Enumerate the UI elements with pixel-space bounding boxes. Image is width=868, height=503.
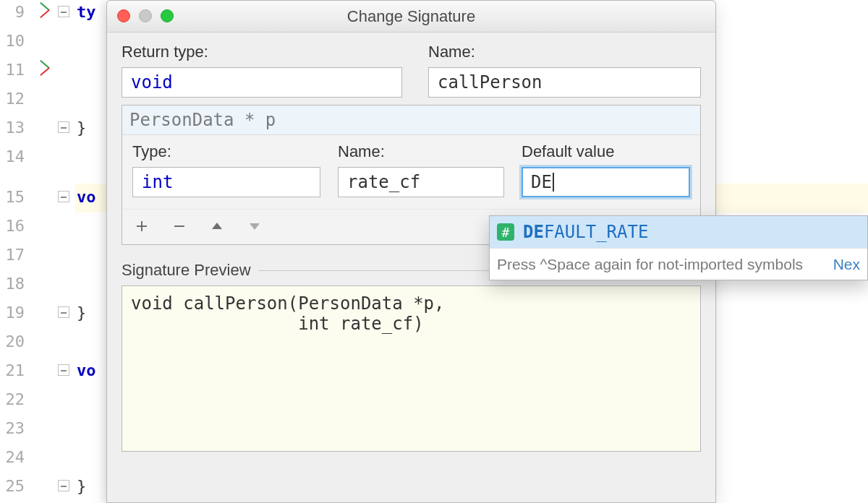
code-fragment: vo: [77, 188, 96, 206]
move-parameter-up-button[interactable]: [208, 217, 226, 236]
line-number: 9: [0, 3, 25, 21]
param-default-value-text: DE: [531, 172, 552, 192]
line-number: 18: [0, 275, 25, 293]
autocomplete-hint: Press ^Space again for not-imported symb…: [497, 256, 803, 273]
code-fragment: }: [77, 477, 86, 495]
signature-preview: void callPerson(PersonData *p, int rate_…: [122, 285, 701, 452]
return-type-label: Return type:: [122, 43, 402, 61]
move-parameter-down-button[interactable]: [245, 217, 264, 236]
param-default-label: Default value: [522, 142, 690, 161]
line-number: 10: [0, 32, 25, 50]
autocomplete-footer: Press ^Space again for not-imported symb…: [490, 248, 867, 280]
remove-parameter-button[interactable]: [170, 217, 189, 236]
return-type-input[interactable]: void: [122, 67, 402, 98]
line-number: 23: [0, 419, 25, 437]
dialog-title: Change Signature: [107, 7, 715, 26]
line-number: 14: [0, 147, 25, 165]
gutter: 9 10 11 12 13 14 15 16 17 18 19 20 21 22…: [0, 0, 58, 503]
autocomplete-rest: FAULT_RATE: [544, 222, 649, 242]
signature-preview-label: Signature Preview: [122, 261, 251, 280]
param-name-input[interactable]: rate_cf: [338, 167, 504, 197]
code-fragment: ty: [77, 3, 96, 21]
fold-toggle-icon[interactable]: [58, 306, 69, 318]
line-number: 20: [0, 332, 25, 351]
line-number: 25: [0, 477, 25, 495]
code-fragment: }: [77, 304, 86, 322]
add-parameter-button[interactable]: [132, 217, 151, 236]
autocomplete-kind-icon: #: [497, 223, 514, 241]
fold-toggle-icon[interactable]: [58, 480, 69, 491]
line-number: 19: [0, 304, 25, 322]
line-number: 15: [0, 188, 25, 206]
line-number: 24: [0, 448, 25, 466]
fold-toggle-icon[interactable]: [58, 6, 69, 17]
line-number: 13: [0, 119, 25, 137]
code-fragment: }: [77, 119, 86, 137]
autocomplete-next-tip-link[interactable]: Nex: [833, 256, 860, 273]
fold-toggle-icon[interactable]: [58, 191, 69, 202]
vcs-change-marker-icon: [38, 61, 55, 78]
line-number: 12: [0, 90, 25, 108]
fold-rail: [58, 0, 75, 503]
line-number: 16: [0, 217, 25, 235]
param-default-value-input[interactable]: DE: [522, 167, 690, 197]
method-name-input[interactable]: callPerson: [428, 67, 701, 98]
param-type-label: Type:: [132, 142, 320, 161]
param-name-label: Name:: [338, 142, 504, 161]
vcs-change-marker-icon: [38, 3, 55, 20]
autocomplete-item-label: DEFAULT_RATE: [523, 222, 648, 242]
param-type-input[interactable]: int: [132, 167, 320, 197]
fold-toggle-icon[interactable]: [58, 364, 69, 376]
autocomplete-popup: # DEFAULT_RATE Press ^Space again for no…: [489, 215, 868, 280]
line-number: 21: [0, 361, 25, 379]
autocomplete-match-prefix: DE: [523, 222, 544, 242]
autocomplete-item[interactable]: # DEFAULT_RATE: [490, 216, 867, 248]
fold-toggle-icon[interactable]: [58, 121, 69, 133]
line-number: 11: [0, 61, 25, 79]
text-caret-icon: [553, 173, 554, 192]
line-number: 22: [0, 390, 25, 408]
svg-rect-0: [174, 225, 184, 227]
method-name-label: Name:: [428, 43, 701, 61]
code-fragment: vo: [77, 361, 96, 379]
parameter-existing-signature[interactable]: PersonData * p: [122, 106, 700, 135]
line-number: 17: [0, 246, 25, 264]
dialog-titlebar[interactable]: Change Signature: [107, 1, 715, 33]
